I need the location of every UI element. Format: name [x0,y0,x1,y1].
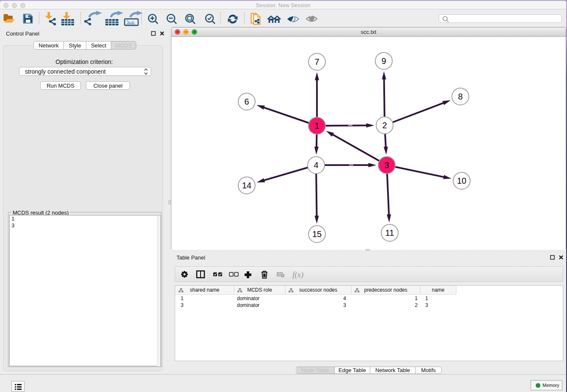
svg-text:2: 2 [415,302,418,308]
svg-text:4: 4 [343,295,346,301]
svg-text:dominator: dominator [237,295,259,301]
svg-text:MCDS role: MCDS role [247,287,272,293]
svg-text:shared name: shared name [190,287,219,293]
svg-text:2: 2 [382,121,387,130]
svg-text:f(x): f(x) [292,270,303,279]
svg-text:3: 3 [343,302,346,308]
svg-text:7: 7 [314,57,319,66]
svg-text:8: 8 [458,92,462,101]
svg-text:1: 1 [314,121,319,130]
svg-text:11: 11 [385,228,394,237]
svg-text:name: name [432,287,444,293]
svg-text:predecessor nodes: predecessor nodes [364,287,407,293]
svg-text:3: 3 [425,302,428,308]
svg-text:9: 9 [381,56,386,66]
svg-text:10: 10 [457,176,466,185]
svg-text:6: 6 [244,97,249,106]
svg-text:dominator: dominator [237,302,259,308]
svg-text:3: 3 [181,302,184,308]
svg-text:successor nodes: successor nodes [299,287,337,293]
svg-text:4: 4 [314,160,318,170]
svg-text:14: 14 [242,181,251,190]
svg-text:1: 1 [415,295,418,301]
svg-text:15: 15 [312,229,322,239]
svg-text:1: 1 [181,295,184,301]
svg-text:3: 3 [384,160,389,170]
svg-text:1: 1 [425,295,428,301]
